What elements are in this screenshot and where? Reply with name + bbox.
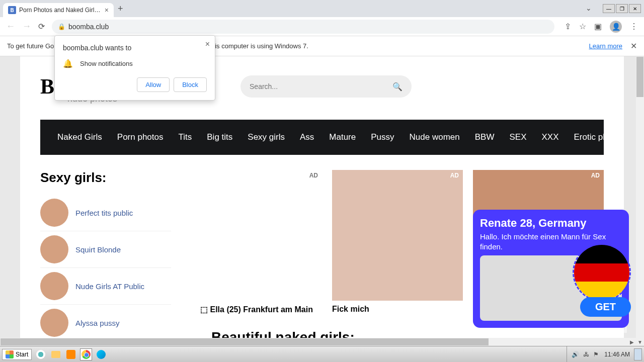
tab-close-icon[interactable]: × [105, 6, 109, 14]
share-icon[interactable]: ⇪ [565, 22, 571, 31]
nav-item[interactable]: Erotic photos [574, 132, 624, 142]
bookmark-icon[interactable]: ☆ [579, 22, 586, 31]
address-bar: ← → ⟳ 🔒 boomba.club ⇪ ☆ ▣ 👤 ⋮ [0, 17, 644, 36]
sidebar-item[interactable]: Perfect tits public [40, 195, 171, 231]
ad-image [332, 170, 463, 301]
windows-icon [6, 350, 14, 358]
network-icon[interactable]: 🖧 [582, 351, 591, 358]
nav-item[interactable]: Porn photos [117, 132, 164, 142]
bell-icon: 🔔 [63, 59, 73, 68]
sound-icon[interactable]: 🔊 [570, 351, 581, 358]
side-panel-icon[interactable]: ▣ [594, 22, 602, 31]
thumb-icon [40, 235, 68, 263]
thumb-icon [40, 272, 68, 300]
reload-button[interactable]: ⟳ [38, 22, 45, 31]
nav-item[interactable]: XXX [541, 132, 558, 142]
scrollbar-thumb[interactable] [636, 57, 643, 97]
url-text: boomba.club [68, 23, 109, 31]
scrollbar-thumb[interactable] [1, 338, 489, 345]
nav-item[interactable]: Naked Girls [57, 132, 102, 142]
get-button[interactable]: GET [580, 297, 631, 317]
search-icon[interactable]: 🔍 [392, 82, 403, 92]
search-input[interactable] [250, 82, 392, 90]
nav-item[interactable]: Nude women [410, 132, 460, 142]
scroll-right-icon[interactable]: ▶ [628, 339, 636, 345]
taskbar: Start 🔊 🖧 ⚑ 11:46 AM [0, 346, 644, 362]
show-desktop-button[interactable] [634, 348, 642, 360]
sidebar-link[interactable]: Nude Girls AT Public [75, 282, 144, 291]
vertical-scrollbar[interactable]: ▼ [636, 56, 644, 346]
info-close-icon[interactable]: ✕ [630, 41, 637, 51]
ad-caption: ⬚ Ella (25) Frankfurt am Main [191, 305, 322, 314]
start-label: Start [16, 351, 28, 358]
info-text-left: To get future Go [7, 42, 54, 50]
minimize-button[interactable]: — [603, 4, 615, 13]
sidebar-link[interactable]: Perfect tits public [75, 209, 133, 217]
block-button[interactable]: Block [174, 77, 207, 92]
flag-icon[interactable]: ⚑ [592, 351, 600, 358]
sidebar-link[interactable]: Alyssa pussy [75, 319, 120, 327]
back-button[interactable]: ← [6, 21, 15, 32]
sidebar-item[interactable]: Alyssa pussy [40, 305, 171, 341]
info-text-right: is computer is using Windows 7. [215, 42, 308, 50]
scroll-down-icon[interactable]: ▼ [636, 338, 644, 346]
sidebar-link[interactable]: Squirt Blonde [75, 245, 121, 254]
sidebar-item[interactable]: Nude Girls AT Public [40, 268, 171, 305]
thumb-icon [40, 309, 68, 337]
overlay-title: Renate 28, Germany [480, 217, 622, 230]
nav-item[interactable]: BBW [475, 132, 495, 142]
permission-title: boomba.club wants to [63, 44, 207, 52]
tab-title: Porn Photos and Naked Girls - Boomb [19, 7, 102, 14]
ie-icon[interactable] [35, 348, 47, 360]
nav-item[interactable]: Sexy girls [248, 132, 285, 142]
chrome-chevron-icon[interactable]: ⌄ [586, 4, 592, 13]
nav-item[interactable]: Pussy [371, 132, 394, 142]
sidebar-item[interactable]: Squirt Blonde [40, 231, 171, 268]
ad-box[interactable]: AD Fick mich [332, 170, 463, 314]
nav-item[interactable]: Mature [329, 132, 356, 142]
flag-badge[interactable] [573, 243, 631, 302]
nav-item[interactable]: Tits [179, 132, 192, 142]
main-nav: Naked Girls Porn photos Tits Big tits Se… [40, 120, 604, 155]
url-input[interactable]: 🔒 boomba.club [52, 20, 554, 34]
browser-tab[interactable]: B Porn Photos and Naked Girls - Boomb × [3, 3, 114, 17]
ad-label: AD [450, 172, 459, 179]
nav-item[interactable]: Big tits [207, 132, 232, 142]
system-tray: 🔊 🖧 ⚑ 11:46 AM [567, 346, 644, 362]
ad-label: AD [591, 172, 600, 179]
sidebar: Sexy girls: Perfect tits public Squirt B… [40, 170, 171, 346]
forward-button[interactable]: → [22, 21, 31, 32]
nav-item[interactable]: Ass [300, 132, 314, 142]
edge-icon[interactable] [95, 348, 107, 360]
permission-text: Show notifications [80, 60, 133, 67]
browser-tab-strip: B Porn Photos and Naked Girls - Boomb × … [0, 0, 644, 17]
thumb-icon [40, 199, 68, 227]
horizontal-scrollbar[interactable]: ▶ [0, 338, 636, 346]
ad-label: AD [309, 172, 318, 179]
maximize-button[interactable]: ❐ [616, 4, 628, 13]
sidebar-title: Sexy girls: [40, 170, 171, 186]
media-player-icon[interactable] [65, 348, 77, 360]
ad-box[interactable]: AD ⬚ Ella (25) Frankfurt am Main [191, 170, 322, 314]
clock[interactable]: 11:46 AM [601, 351, 633, 358]
start-button[interactable]: Start [2, 349, 32, 360]
search-box[interactable]: 🔍 [240, 75, 412, 98]
chrome-taskbar-icon[interactable] [80, 348, 92, 360]
site-logo[interactable]: B [40, 74, 54, 99]
permission-popup: × boomba.club wants to 🔔 Show notificati… [54, 35, 215, 101]
close-window-button[interactable]: ✕ [629, 4, 641, 13]
favicon: B [8, 6, 16, 14]
window-controls: ⌄ — ❐ ✕ [586, 4, 641, 13]
lock-icon: 🔒 [58, 23, 65, 30]
nav-item[interactable]: SEX [509, 132, 526, 142]
new-tab-button[interactable]: + [118, 4, 123, 14]
popup-close-icon[interactable]: × [205, 40, 210, 49]
explorer-icon[interactable] [50, 348, 62, 360]
learn-more-link[interactable]: Learn more [589, 42, 622, 50]
allow-button[interactable]: Allow [137, 77, 170, 92]
ad-caption: Fick mich [332, 305, 463, 314]
profile-avatar[interactable]: 👤 [610, 21, 622, 33]
menu-icon[interactable]: ⋮ [630, 22, 638, 31]
